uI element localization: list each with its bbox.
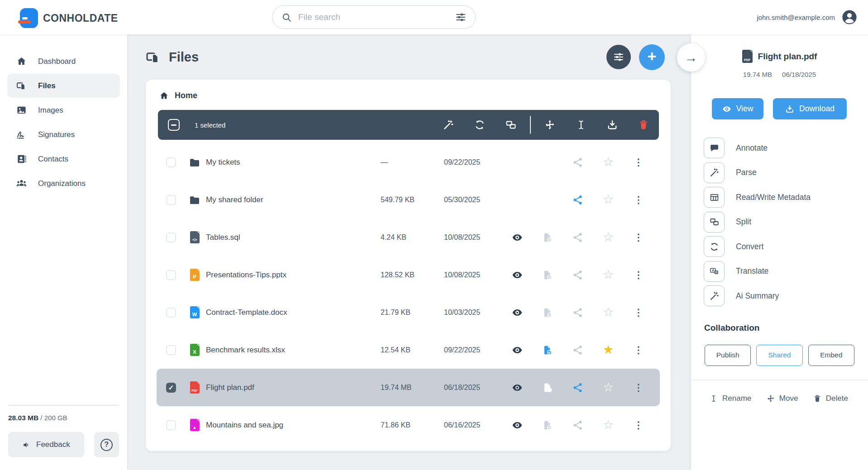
file-process-icon[interactable] xyxy=(542,382,553,393)
star-icon[interactable]: ☆ xyxy=(603,307,614,318)
row-checkbox[interactable] xyxy=(166,420,176,430)
file-name[interactable]: Contract-Template.docx xyxy=(206,308,381,317)
table-row[interactable]: My shared folder 549.79 KB 05/30/2025 ☆ … xyxy=(157,181,660,218)
star-icon[interactable]: ☆ xyxy=(603,195,614,205)
sidebar-item[interactable]: Organizations xyxy=(7,171,120,195)
download-file-button[interactable]: Download xyxy=(773,98,847,119)
file-action-item[interactable]: Parse xyxy=(704,161,868,185)
footer-action-button[interactable]: Delete xyxy=(813,394,848,403)
avatar[interactable] xyxy=(842,9,857,25)
collapse-panel-button[interactable]: → xyxy=(677,43,705,71)
more-options-icon[interactable]: ⋮ xyxy=(633,420,644,431)
search-input[interactable] xyxy=(298,12,455,22)
sidebar-item[interactable]: Signatures xyxy=(7,123,120,147)
file-action-item[interactable]: Convert xyxy=(704,234,868,259)
sidebar-item[interactable]: Dashboard xyxy=(7,49,120,73)
feedback-button[interactable]: Feedback xyxy=(8,432,84,457)
preview-icon[interactable] xyxy=(512,420,523,431)
sidebar-item[interactable]: Images xyxy=(7,98,120,122)
collab-button[interactable]: Shared xyxy=(756,345,802,366)
file-action-item[interactable]: Read/Write Metadata xyxy=(704,185,868,210)
breadcrumb[interactable]: Home xyxy=(146,80,671,109)
more-options-icon[interactable]: ⋮ xyxy=(633,270,644,280)
share-icon[interactable] xyxy=(572,420,583,431)
file-name[interactable]: My shared folder xyxy=(206,195,381,204)
file-action-item[interactable]: Ai Summary xyxy=(704,284,868,309)
share-icon[interactable] xyxy=(572,232,583,243)
add-button[interactable]: + xyxy=(639,44,665,70)
row-checkbox[interactable] xyxy=(166,233,176,242)
rename-button[interactable] xyxy=(576,119,587,130)
row-checkbox[interactable] xyxy=(166,308,176,318)
download-button[interactable] xyxy=(607,119,618,130)
share-icon[interactable] xyxy=(572,270,583,280)
help-button[interactable]: ? xyxy=(94,432,119,457)
sidebar-item[interactable]: Contacts xyxy=(7,147,120,171)
preview-icon[interactable] xyxy=(512,232,523,243)
file-name[interactable]: My tickets xyxy=(206,158,381,167)
star-icon[interactable]: ☆ xyxy=(603,232,614,243)
ai-wand-button[interactable] xyxy=(443,119,454,130)
more-options-icon[interactable]: ⋮ xyxy=(633,157,644,168)
row-checkbox[interactable] xyxy=(166,345,176,355)
share-icon[interactable] xyxy=(572,345,583,356)
app-logo[interactable]: CONHOLDATE xyxy=(20,8,118,28)
file-action-item[interactable]: Split xyxy=(704,210,868,235)
file-name[interactable]: Flight plan.pdf xyxy=(206,383,381,392)
file-process-icon[interactable] xyxy=(542,232,553,243)
collab-button[interactable]: Embed xyxy=(808,345,854,366)
preview-icon[interactable] xyxy=(512,270,523,280)
table-row[interactable]: PDF Flight plan.pdf 19.74 MB 06/18/2025 … xyxy=(157,369,660,406)
file-name[interactable]: Tables.sql xyxy=(206,233,381,242)
search-filter-icon[interactable] xyxy=(455,12,466,23)
move-button[interactable] xyxy=(544,119,555,130)
footer-action-button[interactable]: Move xyxy=(767,394,798,403)
preview-icon[interactable] xyxy=(512,345,523,356)
table-row[interactable]: My tickets — 09/22/2025 ☆ ⋮ xyxy=(157,143,660,181)
sidebar-item[interactable]: Files xyxy=(7,74,120,98)
file-process-icon[interactable] xyxy=(542,420,553,431)
file-action-item[interactable]: Annotate xyxy=(704,136,868,161)
file-process-icon[interactable] xyxy=(542,307,553,318)
more-options-icon[interactable]: ⋮ xyxy=(633,382,644,393)
star-icon[interactable]: ☆ xyxy=(603,382,614,393)
list-settings-button[interactable] xyxy=(606,45,631,69)
more-options-icon[interactable]: ⋮ xyxy=(633,195,644,205)
file-name[interactable]: Benchmark results.xlsx xyxy=(206,346,381,355)
file-action-item[interactable]: Translate xyxy=(704,259,868,284)
search-bar[interactable] xyxy=(272,5,476,29)
preview-icon[interactable] xyxy=(512,382,523,393)
more-options-icon[interactable]: ⋮ xyxy=(633,345,644,356)
star-icon[interactable]: ☆ xyxy=(603,270,614,280)
more-options-icon[interactable]: ⋮ xyxy=(633,307,644,318)
more-options-icon[interactable]: ⋮ xyxy=(633,232,644,243)
file-process-icon[interactable] xyxy=(542,270,553,280)
file-name[interactable]: Presentations-Tips.pptx xyxy=(206,271,381,280)
share-icon[interactable] xyxy=(572,157,583,168)
split-button[interactable] xyxy=(506,119,516,130)
table-row[interactable]: ▲ Mountains and sea.jpg 71.86 KB 06/16/2… xyxy=(157,406,660,444)
preview-icon[interactable] xyxy=(512,307,523,318)
row-checkbox[interactable] xyxy=(166,270,176,280)
view-button[interactable]: View xyxy=(712,98,763,119)
row-checkbox[interactable] xyxy=(166,383,176,393)
row-checkbox[interactable] xyxy=(166,195,176,205)
collab-button[interactable]: Publish xyxy=(705,345,751,366)
star-icon[interactable]: ★ xyxy=(603,345,614,356)
delete-button[interactable] xyxy=(638,119,649,130)
row-checkbox[interactable] xyxy=(166,157,176,167)
share-icon[interactable] xyxy=(572,307,583,318)
share-icon[interactable] xyxy=(572,382,583,393)
table-row[interactable]: X Benchmark results.xlsx 12.54 KB 09/22/… xyxy=(157,331,660,369)
table-row[interactable]: P Presentations-Tips.pptx 128.52 KB 10/0… xyxy=(157,256,660,294)
file-name[interactable]: Mountains and sea.jpg xyxy=(206,421,381,430)
star-icon[interactable]: ☆ xyxy=(603,157,614,168)
select-all-checkbox[interactable] xyxy=(168,119,180,131)
footer-action-button[interactable]: Rename xyxy=(710,394,751,403)
convert-button[interactable] xyxy=(474,119,485,130)
table-row[interactable]: <> Tables.sql 4.24 KB 10/08/2025 ☆ ⋮ xyxy=(157,218,660,256)
share-icon[interactable] xyxy=(572,195,583,205)
file-process-icon[interactable] xyxy=(542,345,553,356)
table-row[interactable]: W Contract-Template.docx 21.79 KB 10/03/… xyxy=(157,294,660,331)
star-icon[interactable]: ☆ xyxy=(603,420,614,431)
